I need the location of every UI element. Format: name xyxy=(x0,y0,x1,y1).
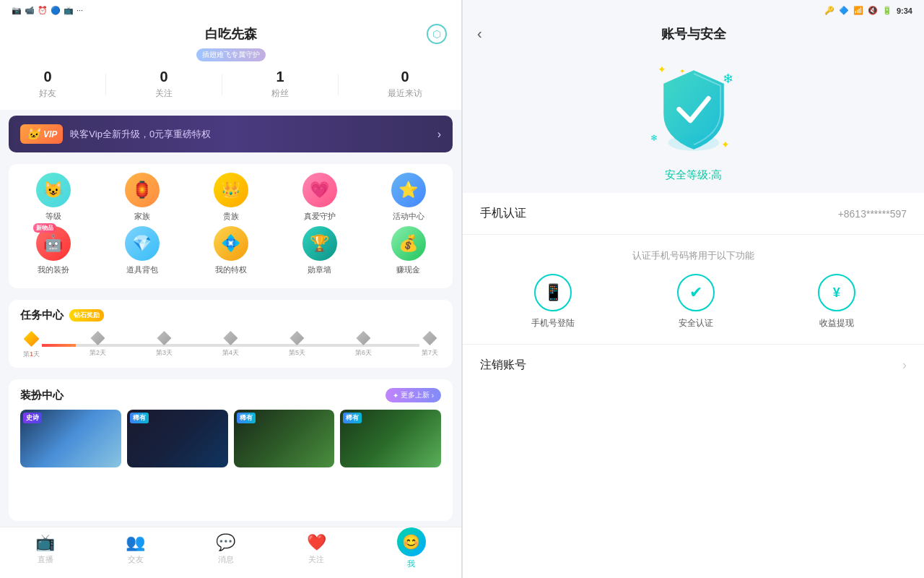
nav-live[interactable]: 📺 直播 xyxy=(35,533,55,569)
nav-follow[interactable]: ❤️ 关注 xyxy=(307,533,326,569)
stat-visits-num: 0 xyxy=(401,69,409,85)
day-2-label: 第2天 xyxy=(90,348,106,358)
stat-fans[interactable]: 1 粉丝 xyxy=(271,69,289,100)
icon-earn[interactable]: 💰 赚现金 xyxy=(380,226,437,275)
stat-follow-num: 0 xyxy=(160,69,167,85)
vip-banner[interactable]: 🐱 VIP 映客Vip全新升级，0元享重磅特权 › xyxy=(9,116,453,152)
nav-messages[interactable]: 💬 消息 xyxy=(216,533,235,569)
mute-icon: 🔇 xyxy=(868,6,878,15)
phone-auth-item[interactable]: 手机认证 +8613******597 xyxy=(463,193,924,235)
icon-grid: 😺 等级 🏮 家族 👑 贵族 💗 真爱守护 ⭐ 活动中心 xyxy=(9,164,453,288)
diamond-day5 xyxy=(289,331,304,345)
messages-label: 消息 xyxy=(218,554,234,565)
sparkle-5-icon: ✦ xyxy=(721,139,730,150)
vip-text: 映客Vip全新升级，0元享重磅特权 xyxy=(70,128,211,141)
vip-icon: 🐱 VIP xyxy=(20,124,63,144)
stat-divider-1 xyxy=(105,74,106,95)
shield-container: ✦ ❄ ❄ ✦ ✦ xyxy=(650,64,737,158)
phone-auth-value: +8613******597 xyxy=(838,208,907,220)
day-4[interactable]: 第4天 xyxy=(222,331,239,359)
stat-follow[interactable]: 0 关注 xyxy=(155,69,173,100)
icon-bag[interactable]: 💎 道具背包 xyxy=(113,226,171,275)
right-content: 手机认证 +8613******597 认证手机号码将用于以下功能 📱 手机号登… xyxy=(463,193,924,578)
feature-security-auth: ✔ 安全认证 xyxy=(677,274,715,329)
dress-center: 装扮中心 ✦ 更多上新 › 史诗 稀有 稀有 稀有 xyxy=(9,379,453,521)
icon-level[interactable]: 😺 等级 xyxy=(25,173,82,222)
diamond-day4 xyxy=(223,331,237,345)
stat-fans-label: 粉丝 xyxy=(271,87,289,100)
messages-icon: 💬 xyxy=(216,533,235,552)
sparkle-3-icon: ❄ xyxy=(650,133,658,143)
follow-icon: ❤️ xyxy=(307,533,326,552)
love-guard-icon: 💗 xyxy=(302,173,337,207)
day-6-label: 第6天 xyxy=(355,348,372,358)
icon-privilege[interactable]: 💠 我的特权 xyxy=(202,226,260,275)
privilege-label: 我的特权 xyxy=(215,264,247,275)
dress-badge-2: 稀有 xyxy=(130,413,149,423)
security-auth-label: 安全认证 xyxy=(679,317,713,329)
me-label: 我 xyxy=(407,558,415,569)
battery-icon: 🔋 xyxy=(882,6,892,15)
icon-row-1: 😺 等级 🏮 家族 👑 贵族 💗 真爱守护 ⭐ 活动中心 xyxy=(9,173,453,222)
day-5[interactable]: 第5天 xyxy=(289,331,305,359)
stat-visits[interactable]: 0 最近来访 xyxy=(388,69,422,100)
stat-fans-num: 1 xyxy=(276,69,284,85)
dress-item-1[interactable]: 史诗 xyxy=(20,410,121,467)
medal-icon: 🏆 xyxy=(302,226,337,261)
security-level: 安全等级:高 xyxy=(463,165,924,193)
diamond-day2 xyxy=(90,331,105,345)
live-icon: 📺 xyxy=(35,533,55,552)
dress-item-4[interactable]: 稀有 xyxy=(340,410,441,467)
task-badge: 钻石奖励 xyxy=(69,309,104,322)
dress-item-2[interactable]: 稀有 xyxy=(127,410,228,467)
activity-label: 活动中心 xyxy=(393,211,424,222)
phone-login-label: 手机号登陆 xyxy=(531,317,575,329)
family-label: 家族 xyxy=(134,211,150,222)
dress-item-3[interactable]: 稀有 xyxy=(234,410,335,467)
me-icon: 😊 xyxy=(397,527,426,556)
level-label: 等级 xyxy=(45,211,61,222)
day-6[interactable]: 第6天 xyxy=(355,331,372,359)
day-4-label: 第4天 xyxy=(222,348,239,358)
more-new-button[interactable]: ✦ 更多上新 › xyxy=(385,388,441,402)
day-5-label: 第5天 xyxy=(289,348,305,358)
nav-friends[interactable]: 👥 交友 xyxy=(126,533,145,569)
earn-icon: 💰 xyxy=(391,226,426,261)
stat-friends[interactable]: 0 好友 xyxy=(39,69,56,100)
back-button[interactable]: ‹ xyxy=(477,25,482,42)
dress-header: 装扮中心 ✦ 更多上新 › xyxy=(20,388,441,402)
new-badge: 新物品 xyxy=(33,223,56,233)
bluetooth-icon: 🔷 xyxy=(839,6,849,15)
phone-features-desc: 认证手机号码将用于以下功能 xyxy=(480,249,907,262)
icon-family[interactable]: 🏮 家族 xyxy=(113,173,171,222)
gear-icon[interactable]: ⬡ xyxy=(427,24,447,44)
icon-row-2: 🤖 新物品 我的装扮 💎 道具背包 💠 我的特权 🏆 勋章墙 💰 赚现金 xyxy=(9,226,453,275)
day-2[interactable]: 第2天 xyxy=(90,331,106,359)
icon-activity[interactable]: ⭐ 活动中心 xyxy=(380,173,437,222)
phone-login-icon: 📱 xyxy=(534,274,572,311)
icon-outfit[interactable]: 🤖 新物品 我的装扮 xyxy=(25,226,82,275)
nav-me[interactable]: 😊 我 xyxy=(397,533,426,569)
withdraw-label: 收益提现 xyxy=(819,317,854,329)
icon-noble[interactable]: 👑 贵族 xyxy=(202,173,260,222)
day-3[interactable]: 第3天 xyxy=(156,331,173,359)
stat-follow-label: 关注 xyxy=(155,87,173,100)
diamond-day7 xyxy=(422,331,437,345)
day-1[interactable]: 第1天 xyxy=(23,331,40,359)
dress-badge-3: 稀有 xyxy=(237,413,256,423)
day-7[interactable]: 第7天 xyxy=(422,331,438,359)
love-guard-label: 真爱守护 xyxy=(304,211,336,222)
clock: 9:34 xyxy=(897,7,912,15)
icon-medal[interactable]: 🏆 勋章墙 xyxy=(291,226,349,275)
day-1-label: 第1天 xyxy=(23,350,40,359)
icon-love-guard[interactable]: 💗 真爱守护 xyxy=(291,173,349,222)
noble-icon: 👑 xyxy=(214,173,248,207)
task-progress: 第1天 第2天 第3天 第4天 第5天 xyxy=(20,331,441,359)
phone-auth-label: 手机认证 xyxy=(480,206,526,221)
left-panel: 📷📹⏰🔵📺··· 白吃先森 ⬡ 插翅难飞专属守护 0 好友 0 关注 1 粉丝 xyxy=(0,0,461,578)
cancel-account-item[interactable]: 注销账号 › xyxy=(463,345,924,386)
stat-friends-label: 好友 xyxy=(39,87,56,100)
task-header: 任务中心 钻石奖励 xyxy=(20,309,441,322)
stats-row: 0 好友 0 关注 1 粉丝 0 最近来访 xyxy=(14,69,447,100)
stat-friends-num: 0 xyxy=(43,69,51,85)
